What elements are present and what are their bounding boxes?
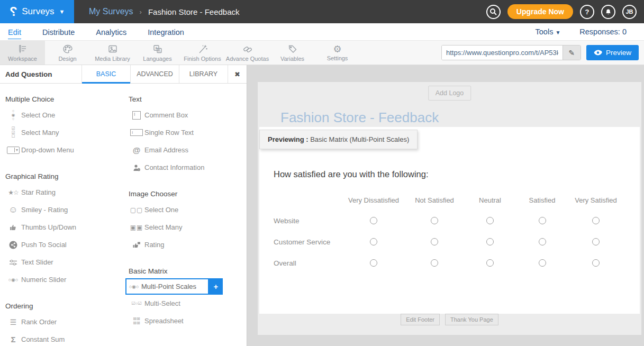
panel-title: Add Question xyxy=(0,65,81,83)
matrix-col-header: Very Satisfied xyxy=(568,190,623,210)
radio-customer-service-satisfied[interactable] xyxy=(539,238,546,245)
qtype-rank-order[interactable]: Rank Order xyxy=(0,313,123,331)
toolbar-workspace[interactable]: Workspace xyxy=(0,41,45,65)
product-name: Surveys xyxy=(22,6,54,17)
matrix-table: Very Dissatisfied Not Satisfied Neutral … xyxy=(274,190,629,274)
svg-text:★: ★ xyxy=(155,45,158,49)
multi-select-icon xyxy=(129,301,144,306)
breadcrumb-my-surveys[interactable]: My Surveys xyxy=(89,7,133,16)
qtype-select-one[interactable]: Select One xyxy=(0,106,123,124)
edit-footer-button[interactable]: Edit Footer xyxy=(401,314,440,325)
qtype-spreadsheet[interactable]: Spreadsheet xyxy=(123,312,247,330)
qtype-contact-information[interactable]: 0Contact Information xyxy=(123,159,247,176)
upgrade-now-button[interactable]: Upgrade Now xyxy=(507,4,573,19)
tab-basic[interactable]: BASIC xyxy=(81,65,130,83)
radio-website-very-satisfied[interactable] xyxy=(592,217,600,224)
nav-right: Tools ▼ Responses: 0 xyxy=(536,28,636,36)
image-select-many-icon xyxy=(129,224,144,231)
topbar-actions: Upgrade Now ? JB xyxy=(486,0,644,23)
tab-advanced[interactable]: ADVANCED xyxy=(130,65,179,83)
radio-overall-very-dissatisfied[interactable] xyxy=(370,259,377,267)
radio-website-very-dissatisfied[interactable] xyxy=(370,217,377,224)
qtype-email-address[interactable]: Email Address xyxy=(123,141,247,159)
tab-analytics[interactable]: Analytics xyxy=(96,25,126,39)
survey-page: Add Logo Fashion Store - Feedback Previe… xyxy=(258,82,641,335)
image-rating-icon xyxy=(132,241,141,249)
qtype-smiley-rating[interactable]: Smiley - Rating xyxy=(0,201,123,218)
survey-preview-main: Add Logo Fashion Store - Feedback Previe… xyxy=(247,65,644,346)
section-title: Graphical Rating xyxy=(5,172,123,180)
radio-overall-very-satisfied[interactable] xyxy=(592,259,600,267)
checkbox-list-icon xyxy=(5,126,21,139)
toolbar-languages[interactable]: ★A Languages xyxy=(135,41,180,65)
svg-text:A: A xyxy=(158,49,160,52)
radio-customer-service-very-dissatisfied[interactable] xyxy=(370,238,377,245)
breadcrumb-current-survey: Fashion Store - Feedback xyxy=(148,7,240,16)
questionpro-logo-icon: ? xyxy=(10,5,17,18)
qtype-star-rating[interactable]: Star Rating xyxy=(0,184,123,201)
preview-button[interactable]: Preview xyxy=(586,45,639,60)
avatar-initials: JB xyxy=(625,8,633,15)
qtype-select-many[interactable]: Select Many xyxy=(0,124,123,141)
add-logo-button[interactable]: Add Logo xyxy=(428,86,471,101)
tools-menu[interactable]: Tools ▼ xyxy=(536,28,561,36)
thumbs-up-down-icon xyxy=(9,223,17,231)
matrix-row-label: Overall xyxy=(274,252,342,274)
radio-overall-not-satisfied[interactable] xyxy=(431,259,438,267)
tab-integration[interactable]: Integration xyxy=(148,25,184,39)
qtype-push-to-social[interactable]: Push To Social xyxy=(0,236,123,253)
toolbar-media-library[interactable]: Media Library xyxy=(90,41,135,65)
toolbar-variables[interactable]: Variables xyxy=(270,41,315,65)
toolbar-finish-options[interactable]: Finish Options xyxy=(180,41,225,65)
radio-website-not-satisfied[interactable] xyxy=(431,217,438,224)
qtype-comment-box[interactable]: Comment Box xyxy=(123,106,247,124)
qtype-thumbs-up-down[interactable]: Thumbs Up/Down xyxy=(0,218,123,236)
toolbar-settings[interactable]: ⚙ Settings xyxy=(315,41,360,65)
tab-distribute[interactable]: Distribute xyxy=(42,25,75,39)
radio-customer-service-not-satisfied[interactable] xyxy=(431,238,438,245)
search-button[interactable] xyxy=(486,5,501,19)
qtype-image-select-one[interactable]: Select One xyxy=(123,201,247,218)
product-switcher[interactable]: ? Surveys ▼ xyxy=(0,0,74,23)
radio-website-satisfied[interactable] xyxy=(539,217,546,224)
single-row-text-icon xyxy=(130,129,143,136)
toolbar-design[interactable]: Design xyxy=(45,41,90,65)
qtype-multi-select[interactable]: Multi-Select xyxy=(123,295,247,312)
radio-customer-service-very-satisfied[interactable] xyxy=(592,238,600,245)
toolbar-advance-quotas[interactable]: Advance Quotas xyxy=(225,41,270,65)
search-icon xyxy=(489,8,497,15)
matrix-col-header: Not Satisfied xyxy=(405,190,464,210)
edit-url-button[interactable]: ✎ xyxy=(563,45,580,60)
qtype-image-select-many[interactable]: Select Many xyxy=(123,218,247,236)
qtype-constant-sum[interactable]: Constant Sum xyxy=(0,331,123,346)
responses-count[interactable]: Responses: 0 xyxy=(579,28,627,36)
close-panel-button[interactable]: ✖ xyxy=(228,65,247,83)
tab-edit[interactable]: Edit xyxy=(8,25,21,39)
share-url-input[interactable] xyxy=(442,45,563,60)
radio-overall-satisfied[interactable] xyxy=(539,259,546,267)
sigma-icon xyxy=(5,335,21,344)
qtype-numeric-slider[interactable]: Numeric Slider xyxy=(0,271,123,288)
qtype-text-slider[interactable]: Text Slider xyxy=(0,253,123,271)
qtype-multi-point-scales-selected[interactable]: Multi-Point Scales + xyxy=(125,278,247,295)
chevron-down-icon: ▼ xyxy=(59,8,65,15)
qtype-image-rating[interactable]: Rating xyxy=(123,236,247,253)
user-avatar[interactable]: JB xyxy=(622,5,637,19)
qtype-dropdown-menu[interactable]: Drop-down Menu xyxy=(0,141,123,159)
notifications-button[interactable] xyxy=(601,5,615,19)
survey-title[interactable]: Fashion Store - Feedback xyxy=(280,110,439,126)
previewing-tooltip: Previewing : Basic Matrix (Multi-Point S… xyxy=(259,130,418,149)
breadcrumb: My Surveys › Fashion Store - Feedback xyxy=(74,0,486,23)
radio-overall-neutral[interactable] xyxy=(486,259,494,267)
top-bar: ? Surveys ▼ My Surveys › Fashion Store -… xyxy=(0,0,644,23)
help-button[interactable]: ? xyxy=(580,5,594,19)
previewing-value: Basic Matrix (Multi-Point Scales) xyxy=(309,135,410,143)
rank-order-icon xyxy=(5,318,21,326)
radio-customer-service-neutral[interactable] xyxy=(486,238,494,245)
gear-icon: ⚙ xyxy=(333,44,341,54)
radio-website-neutral[interactable] xyxy=(486,217,494,224)
add-question-plus-button[interactable]: + xyxy=(209,278,223,295)
thank-you-page-button[interactable]: Thank You Page xyxy=(445,314,498,325)
qtype-single-row-text[interactable]: Single Row Text xyxy=(123,124,247,141)
tab-library[interactable]: LIBRARY xyxy=(179,65,228,83)
